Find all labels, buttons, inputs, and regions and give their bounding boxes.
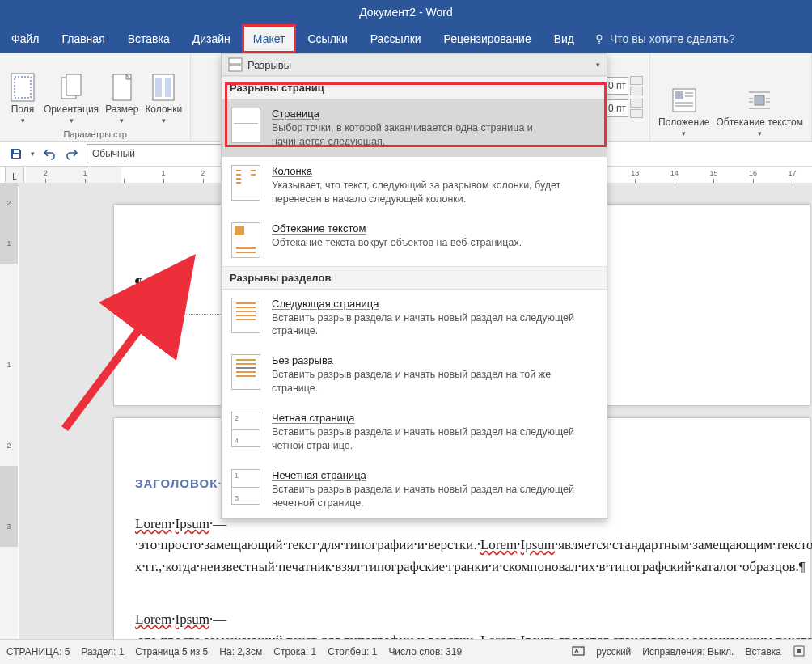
- oddpage-break-icon: 1 3: [231, 469, 260, 505]
- tab-design[interactable]: Дизайн: [181, 24, 242, 53]
- svg-rect-15: [755, 95, 764, 105]
- wrap-text-button[interactable]: Обтекание текстом▾: [713, 84, 806, 139]
- title-bar: Документ2 - Word: [0, 0, 812, 24]
- svg-rect-24: [229, 58, 242, 64]
- svg-rect-25: [229, 66, 242, 71]
- tab-mailings[interactable]: Рассылки: [359, 24, 433, 53]
- nextpage-break-icon: [231, 298, 260, 333]
- save-button[interactable]: [8, 146, 24, 162]
- tell-me-search[interactable]: Что вы хотите сделать?: [594, 32, 735, 45]
- tab-home[interactable]: Главная: [50, 24, 116, 53]
- evenpage-break-icon: 2 4: [231, 412, 260, 447]
- bulb-icon: [594, 33, 605, 44]
- redo-button[interactable]: [64, 146, 80, 162]
- breaks-section-pages: Разрывы страниц: [222, 76, 607, 99]
- status-insert-mode[interactable]: Вставка: [745, 646, 781, 658]
- svg-rect-7: [155, 78, 162, 97]
- tab-insert[interactable]: Вставка: [116, 24, 181, 53]
- svg-point-29: [797, 649, 801, 653]
- columns-button[interactable]: Колонки▾: [142, 71, 185, 126]
- status-section[interactable]: Раздел: 1: [81, 646, 124, 658]
- svg-rect-4: [66, 74, 81, 95]
- margins-icon: [8, 73, 37, 102]
- page-break-label: Разрыв: [151, 297, 184, 308]
- spellcheck-icon[interactable]: [572, 645, 585, 660]
- break-item-continuous[interactable]: Без разрыва Вставить разрыв раздела и на…: [222, 346, 607, 404]
- break-item-oddpage[interactable]: 1 3 Нечетная страница Вставить разрыв ра…: [222, 461, 607, 518]
- body-paragraph-1: Lorem·Ipsum·—·это·просто·замещающий·текс…: [135, 514, 785, 577]
- status-line[interactable]: Строка: 1: [273, 646, 316, 658]
- breaks-dropdown: Разрывы ▾ Разрывы страниц Страница Выбор…: [221, 53, 607, 519]
- continuous-break-icon: [231, 354, 260, 390]
- wrap-text-icon: [745, 86, 774, 115]
- orientation-button[interactable]: Ориентация▾: [40, 71, 102, 126]
- svg-rect-10: [675, 91, 683, 99]
- margins-button[interactable]: Поля▾: [5, 71, 40, 126]
- body-paragraph-2: Lorem·Ipsum·—·это·просто·замещающий·текс…: [135, 609, 785, 640]
- save-icon: [10, 147, 23, 160]
- status-bar: СТРАНИЦА: 5 Раздел: 1 Страница 5 из 5 На…: [0, 639, 812, 664]
- textwrap-break-icon: [231, 222, 260, 258]
- tab-view[interactable]: Вид: [543, 24, 586, 53]
- orientation-icon: [57, 73, 86, 102]
- undo-icon: [43, 147, 56, 160]
- pilcrow-mark: ¶: [135, 276, 142, 293]
- break-item-page[interactable]: Страница Выбор точки, в которой заканчив…: [222, 99, 607, 157]
- svg-rect-23: [14, 150, 19, 153]
- position-button[interactable]: Положение▾: [655, 84, 713, 139]
- vertical-ruler[interactable]: 21123: [0, 183, 18, 640]
- size-button[interactable]: Размер▾: [102, 71, 142, 126]
- menu-bar: Файл Главная Вставка Дизайн Макет Ссылки…: [0, 24, 812, 53]
- redo-icon: [66, 147, 78, 160]
- breaks-icon: [228, 57, 243, 72]
- undo-button[interactable]: [41, 146, 57, 162]
- break-item-column[interactable]: Колонка Указывает, что текст, следующий …: [222, 157, 607, 214]
- size-icon: [108, 73, 137, 102]
- status-column[interactable]: Столбец: 1: [328, 646, 377, 658]
- macro-record-icon[interactable]: [793, 645, 806, 660]
- breaks-section-sections: Разрывы разделов: [222, 266, 607, 290]
- status-wordcount[interactable]: Число слов: 319: [388, 646, 462, 658]
- columns-icon: [149, 73, 178, 102]
- svg-rect-27: [573, 647, 584, 655]
- status-page-of[interactable]: Страница 5 из 5: [135, 646, 208, 658]
- svg-rect-8: [165, 78, 171, 97]
- tab-references[interactable]: Ссылки: [296, 24, 358, 53]
- breaks-button[interactable]: Разрывы ▾: [222, 54, 607, 76]
- tab-review[interactable]: Рецензирование: [433, 24, 543, 53]
- svg-rect-22: [13, 154, 19, 158]
- window-title: Документ2 - Word: [359, 6, 453, 19]
- svg-point-0: [597, 35, 602, 40]
- tab-layout[interactable]: Макет: [242, 24, 297, 53]
- position-icon: [670, 86, 699, 115]
- break-item-textwrap[interactable]: Обтекание текстом Обтекание текста вокру…: [222, 214, 607, 266]
- status-language[interactable]: русский: [596, 646, 631, 658]
- page-setup-group-label: Параметры стр: [63, 129, 126, 139]
- status-track-changes[interactable]: Исправления: Выкл.: [642, 646, 734, 658]
- column-break-icon: [231, 165, 260, 201]
- break-item-evenpage[interactable]: 2 4 Четная страница Вставить разрыв разд…: [222, 404, 607, 461]
- status-page[interactable]: СТРАНИЦА: 5: [6, 646, 70, 658]
- tab-file[interactable]: Файл: [0, 24, 50, 53]
- page-break-icon: [231, 108, 260, 143]
- break-item-nextpage[interactable]: Следующая страница Вставить разрыв разде…: [222, 290, 607, 347]
- status-at[interactable]: На: 2,3см: [219, 646, 262, 658]
